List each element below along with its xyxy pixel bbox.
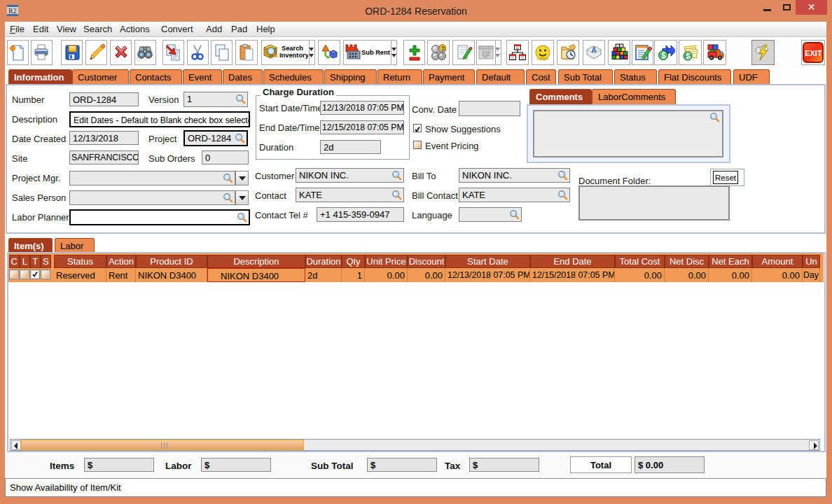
svg-text:S: S bbox=[660, 51, 665, 59]
svg-text:Inventory: Inventory bbox=[279, 52, 308, 59]
svg-text:A: A bbox=[591, 46, 596, 54]
svg-text:Sub Rent: Sub Rent bbox=[361, 49, 390, 56]
svg-text:S: S bbox=[686, 52, 691, 60]
svg-text:Search: Search bbox=[282, 45, 303, 52]
svg-text:?: ? bbox=[441, 45, 445, 52]
svg-text:EXIT: EXIT bbox=[805, 49, 822, 57]
